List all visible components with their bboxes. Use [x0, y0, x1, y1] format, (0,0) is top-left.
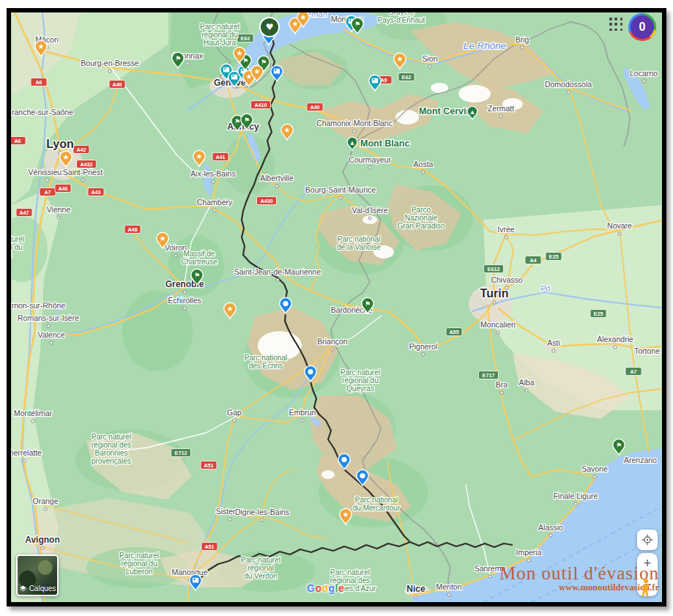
map-canvas[interactable]: A6A6A40A40A410A41A42A432A7A46A43A47A48A4… — [11, 12, 662, 602]
map-label: Pignerol — [409, 342, 438, 351]
town-dot — [44, 508, 47, 511]
terrain-patch — [321, 470, 335, 479]
town-dot — [488, 575, 491, 578]
svg-text:A7: A7 — [630, 368, 636, 375]
map-label: Brig — [516, 35, 529, 44]
google-logo-letter: G — [307, 582, 315, 594]
town-dot — [567, 91, 570, 94]
map-label: ranche-sur-Saône — [12, 108, 73, 116]
map-label: Parc nationaldes Écrins — [245, 354, 287, 370]
map-label: Savone — [581, 464, 608, 473]
map-label: Moncalieri — [480, 320, 516, 329]
map-label: Parc naturelrégional duHaut-Jura — [200, 23, 239, 47]
town-dot — [183, 291, 186, 294]
map-label: Valence — [37, 330, 64, 339]
map-label: Parc nationalde la Vanoise — [337, 235, 381, 251]
google-logo-letter: e — [338, 582, 344, 594]
road-shield: A43 — [88, 188, 104, 196]
map-label: Digne-les-Bains — [235, 508, 289, 516]
town-dot — [353, 130, 356, 133]
road-shield: A55 — [446, 328, 462, 336]
svg-text:A51: A51 — [204, 543, 214, 550]
svg-text:E712: E712 — [175, 450, 187, 456]
svg-text:★: ★ — [284, 126, 291, 134]
town-dot — [228, 518, 231, 521]
layers-button[interactable]: Calques — [16, 554, 59, 596]
google-logo-letter: o — [321, 582, 328, 594]
map-label: Vénissieux — [29, 168, 67, 177]
town-dot — [212, 180, 215, 183]
svg-text:★: ★ — [343, 511, 349, 519]
svg-text:⚑: ⚑ — [244, 116, 250, 124]
road-shield: E717 — [479, 371, 499, 379]
svg-text:A6: A6 — [35, 79, 42, 86]
apps-grid-icon[interactable] — [609, 18, 623, 31]
svg-text:A430: A430 — [260, 198, 272, 204]
svg-text:A4: A4 — [529, 257, 536, 264]
map-label: Alassio — [538, 523, 563, 532]
map-label: Imperia — [516, 548, 541, 557]
svg-text:★: ★ — [63, 153, 70, 161]
town-dot — [505, 236, 507, 239]
svg-text:★: ★ — [292, 20, 299, 28]
map-label: Alexandrie — [597, 335, 633, 344]
map-label: Le Rhône — [464, 40, 507, 51]
svg-text:A7: A7 — [44, 189, 51, 196]
town-dot — [261, 519, 264, 522]
svg-text:E612: E612 — [488, 266, 500, 272]
svg-text:A43: A43 — [91, 189, 100, 196]
town-dot — [500, 391, 503, 394]
map-label: Parc naturelrégional desBaronniesprovenç… — [92, 433, 131, 465]
map-label: Nice — [406, 584, 425, 594]
svg-text:⚑: ⚑ — [175, 55, 181, 62]
town-dot — [642, 80, 645, 83]
map-label: Saint-Priest — [63, 168, 103, 177]
map-label: Arenzano — [624, 456, 657, 464]
map-label: Parc naturelrégional duQueyras — [341, 368, 380, 393]
road-shield: A40 — [109, 81, 125, 89]
svg-text:⚑: ⚑ — [365, 300, 371, 308]
town-dot — [527, 559, 530, 562]
badge-count: 0 — [631, 15, 654, 39]
town-dot — [525, 389, 528, 392]
svg-text:E25: E25 — [549, 253, 559, 260]
town-dot — [428, 65, 431, 68]
svg-text:E62: E62 — [241, 35, 250, 42]
zoom-in-button[interactable]: + — [637, 553, 658, 574]
road-shield: A41 — [212, 153, 228, 161]
town-dot — [213, 209, 216, 212]
map-label: Asti — [547, 338, 560, 347]
town-dot — [368, 166, 371, 169]
town-dot — [31, 420, 34, 423]
town-dot — [301, 419, 304, 422]
svg-text:★: ★ — [237, 49, 243, 57]
town-dot — [447, 593, 450, 596]
map-label: Chambéry — [197, 198, 233, 207]
town-dot — [275, 185, 278, 188]
road-shield: A410 — [251, 101, 271, 109]
map-label: Albertville — [260, 174, 294, 182]
road-shield: A46 — [55, 185, 71, 193]
svg-text:A40: A40 — [310, 104, 319, 111]
map-label: Briançon — [317, 337, 348, 346]
town-dot — [614, 346, 617, 349]
my-location-button[interactable] — [637, 530, 658, 550]
svg-text:A48: A48 — [127, 226, 137, 233]
svg-text:A46: A46 — [58, 185, 67, 192]
map-label: Parc nationaldu Mercantour — [353, 496, 401, 512]
town-dot — [81, 179, 84, 182]
account-badge[interactable]: 0 — [628, 13, 656, 41]
map-label: Val-d'Isère — [352, 206, 387, 215]
town-dot — [186, 62, 189, 65]
pegman-icon[interactable] — [639, 578, 653, 597]
cluster-marker[interactable]: ♥ — [260, 18, 279, 37]
road-shield: E25 — [546, 253, 562, 261]
road-shield: A6 — [31, 78, 47, 86]
google-logo[interactable]: Google — [307, 582, 344, 594]
map-label: Menton — [436, 582, 461, 591]
map-label: Sion — [422, 54, 437, 63]
map-label: Ivrée — [497, 225, 515, 234]
map-label: Manosque — [171, 568, 207, 576]
town-dot — [174, 254, 177, 257]
svg-text:★: ★ — [300, 13, 307, 21]
